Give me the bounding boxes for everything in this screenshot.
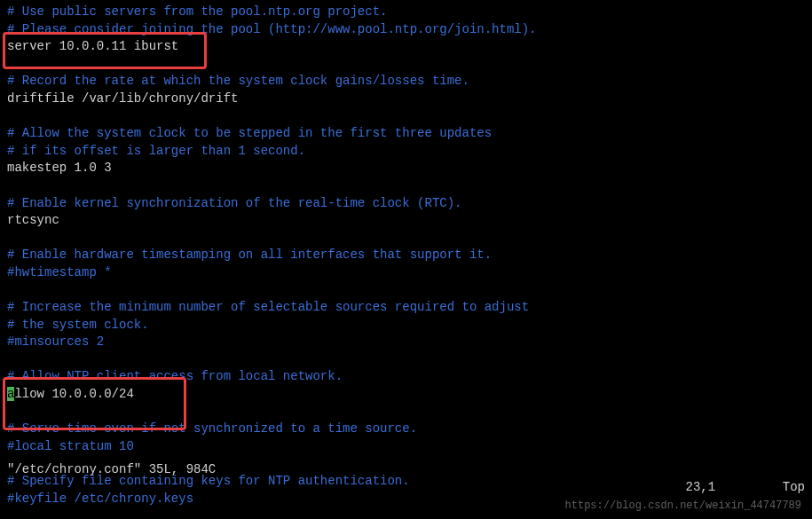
editor-line-12[interactable]: rtcsync: [7, 212, 805, 230]
editor-line-14[interactable]: # Enable hardware timestamping on all in…: [7, 247, 805, 264]
editor-line-20[interactable]: [7, 351, 805, 369]
editor-line-11[interactable]: # Enable kernel synchronization of the r…: [7, 195, 805, 213]
editor-line-13[interactable]: [7, 230, 805, 248]
editor-line-18[interactable]: # the system clock.: [7, 317, 805, 334]
editor-line-19[interactable]: #minsources 2: [7, 334, 805, 351]
editor-line-8[interactable]: # if its offset is larger than 1 second.: [7, 143, 805, 161]
editor-line-4[interactable]: # Record the rate at which the system cl…: [7, 73, 805, 90]
editor-line-2[interactable]: server 10.0.0.11 iburst: [7, 38, 805, 56]
editor-line-17[interactable]: # Increase the minimum number of selecta…: [7, 299, 805, 317]
editor-line-1[interactable]: # Please consider joining the pool (http…: [7, 21, 805, 39]
status-file-info: "/etc/chrony.conf" 35L, 984C: [7, 461, 216, 514]
editor-line-21[interactable]: # Allow NTP client access from local net…: [7, 368, 805, 386]
editor-line-3[interactable]: [7, 56, 805, 74]
editor-line-5[interactable]: driftfile /var/lib/chrony/drift: [7, 90, 805, 108]
editor-line-9[interactable]: makestep 1.0 3: [7, 160, 805, 177]
watermark-text: https://blog.csdn.net/weixin_44747789: [565, 499, 801, 514]
editor-line-22[interactable]: allow 10.0.0.0/24: [7, 386, 805, 404]
editor-line-23[interactable]: [7, 404, 805, 421]
editor-line-0[interactable]: # Use public servers from the pool.ntp.o…: [7, 4, 805, 21]
editor-line-6[interactable]: [7, 108, 805, 126]
editor-line-16[interactable]: [7, 282, 805, 300]
terminal-editor[interactable]: # Use public servers from the pool.ntp.o…: [7, 4, 805, 507]
editor-line-10[interactable]: [7, 177, 805, 195]
editor-line-25[interactable]: #local stratum 10: [7, 438, 805, 456]
editor-line-24[interactable]: # Serve time even if not synchronized to…: [7, 421, 805, 438]
editor-line-7[interactable]: # Allow the system clock to be stepped i…: [7, 125, 805, 143]
editor-line-15[interactable]: #hwtimestamp *: [7, 264, 805, 282]
